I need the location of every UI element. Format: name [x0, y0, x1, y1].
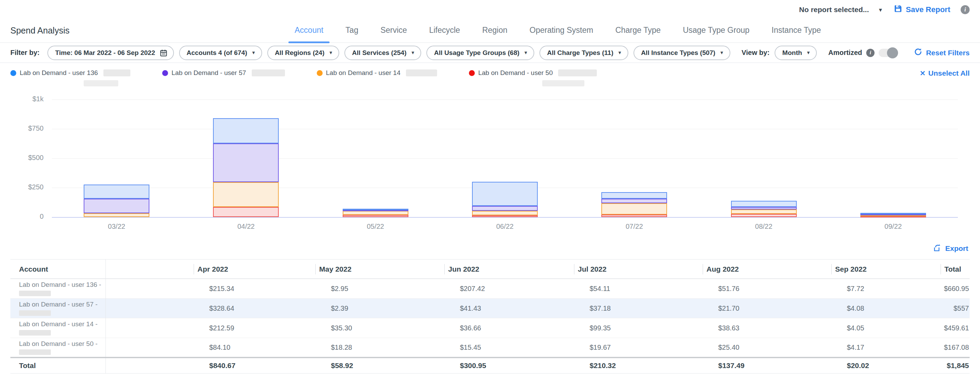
- bar-segment[interactable]: [472, 215, 538, 217]
- bar-segment[interactable]: [472, 206, 538, 211]
- page-title: Spend Analysis: [10, 25, 283, 43]
- bar-segment[interactable]: [860, 213, 926, 214]
- tab-service[interactable]: Service: [369, 25, 418, 43]
- bar-segment[interactable]: [343, 211, 408, 215]
- bar-segment[interactable]: [472, 182, 538, 206]
- legend-item[interactable]: Lab on Demand - user 50: [469, 69, 597, 77]
- column-header: May 2022: [315, 260, 444, 279]
- services-filter-pill[interactable]: All Services (254)▼: [344, 46, 421, 60]
- redacted-text: [19, 349, 51, 355]
- bar-segment[interactable]: [731, 214, 797, 217]
- bar-segment[interactable]: [84, 199, 150, 213]
- unselect-all-button[interactable]: ✕ Unselect All: [920, 69, 970, 78]
- tab-operating-system[interactable]: Operating System: [519, 25, 604, 43]
- spend-table: AccountApr 2022May 2022Jun 2022Jul 2022A…: [10, 259, 970, 374]
- total-value-cell: $58.92: [315, 358, 444, 374]
- x-tick-label: 05/22: [352, 222, 400, 230]
- value-cell: $38.63: [703, 318, 831, 338]
- table-row[interactable]: Lab on Demand - user 136 -$215.34$2.95$2…: [10, 279, 970, 298]
- bar-segment[interactable]: [213, 182, 279, 207]
- bar-segment[interactable]: [601, 214, 667, 217]
- bar-segment[interactable]: [731, 201, 797, 207]
- reset-filters-button[interactable]: Reset Filters: [913, 48, 970, 58]
- reset-filters-label: Reset Filters: [926, 49, 970, 57]
- tab-usage-type-group[interactable]: Usage Type Group: [672, 25, 761, 43]
- value-cell: $54.11: [574, 279, 703, 298]
- value-cell: $18.28: [315, 338, 444, 358]
- save-report-button[interactable]: Save Report: [894, 4, 950, 15]
- bar-segment[interactable]: [601, 203, 667, 215]
- value-cell: $212.59: [194, 318, 315, 338]
- info-icon[interactable]: i: [866, 49, 875, 57]
- bar-segment[interactable]: [731, 209, 797, 214]
- bar-segment[interactable]: [731, 207, 797, 209]
- spacer-cell: [105, 318, 194, 338]
- total-row: Total$840.67$58.92$300.95$210.32$137.49$…: [10, 358, 970, 374]
- chevron-down-icon: ▼: [251, 50, 256, 55]
- bar-segment[interactable]: [601, 192, 667, 198]
- table-row[interactable]: Lab on Demand - user 57 -$328.64$2.39$41…: [10, 298, 970, 318]
- chevron-down-icon: ▼: [523, 50, 528, 55]
- gridline: [52, 129, 958, 129]
- report-selector-label: No report selected...: [799, 6, 869, 14]
- bar-segment[interactable]: [213, 118, 279, 143]
- column-header: [105, 260, 194, 279]
- view-by-month-pill[interactable]: Month ▼: [775, 46, 817, 60]
- tab-account[interactable]: Account: [283, 25, 334, 43]
- total-value-cell: $20.02: [831, 358, 940, 374]
- column-header: Jun 2022: [444, 260, 574, 279]
- view-by-label: View by:: [742, 49, 770, 57]
- report-selector-dropdown[interactable]: No report selected... ▼: [799, 6, 883, 14]
- total-value-cell: $210.32: [574, 358, 703, 374]
- legend-bar: Lab on Demand - user 136Lab on Demand - …: [0, 63, 980, 93]
- account-cell: Lab on Demand - user 14 -: [10, 318, 105, 338]
- regions-filter-pill[interactable]: All Regions (24)▼: [267, 46, 339, 60]
- bar-segment[interactable]: [343, 209, 408, 210]
- tab-lifecycle[interactable]: Lifecycle: [418, 25, 471, 43]
- legend-item[interactable]: Lab on Demand - user 14: [317, 69, 437, 77]
- total-value-cell: $1,845: [940, 358, 970, 374]
- legend-item[interactable]: Lab on Demand - user 57: [162, 69, 285, 77]
- y-tick-label: $750: [10, 124, 44, 132]
- spacer-cell: [105, 298, 194, 318]
- usage-type-groups-filter-pill[interactable]: All Usage Type Groups (68)▼: [426, 46, 534, 60]
- column-header: Apr 2022: [194, 260, 315, 279]
- x-tick-label: 07/22: [610, 222, 659, 230]
- bar-segment[interactable]: [343, 215, 408, 217]
- bar-segment[interactable]: [213, 143, 279, 182]
- amortized-toggle[interactable]: [879, 49, 898, 57]
- value-cell: $215.34: [194, 279, 315, 298]
- bar-segment[interactable]: [84, 213, 150, 217]
- save-icon: [894, 4, 902, 15]
- legend-item[interactable]: Lab on Demand - user 136: [10, 69, 130, 77]
- tab-charge-type[interactable]: Charge Type: [604, 25, 671, 43]
- x-axis-line: [52, 217, 958, 218]
- total-value-cell: $300.95: [444, 358, 574, 374]
- account-name: Lab on Demand - user 14 -: [19, 320, 105, 328]
- instance-types-filter-pill[interactable]: All Instance Types (507)▼: [633, 46, 730, 60]
- toggle-knob: [887, 48, 898, 59]
- value-cell: $328.64: [194, 298, 315, 318]
- bar-segment[interactable]: [472, 211, 538, 215]
- bar-segment[interactable]: [601, 199, 667, 203]
- bar-segment[interactable]: [84, 184, 150, 199]
- accounts-filter-pill[interactable]: Accounts 4 (of 674)▼: [179, 46, 262, 60]
- chevron-down-icon: ▼: [410, 50, 415, 55]
- info-icon[interactable]: i: [961, 5, 970, 14]
- legend-dot-icon: [10, 70, 16, 76]
- value-cell: $15.45: [444, 338, 574, 358]
- y-tick-label: $500: [10, 154, 44, 162]
- charge-types-filter-pill[interactable]: All Charge Types (11)▼: [539, 46, 628, 60]
- tab-instance-type[interactable]: Instance Type: [760, 25, 832, 43]
- tab-region[interactable]: Region: [471, 25, 519, 43]
- table-row[interactable]: Lab on Demand - user 50 -$84.10$18.28$15…: [10, 338, 970, 358]
- export-button[interactable]: Export: [932, 243, 968, 254]
- tab-tag[interactable]: Tag: [334, 25, 369, 43]
- table-row[interactable]: Lab on Demand - user 14 -$212.59$35.30$3…: [10, 318, 970, 338]
- total-label-cell: Total: [10, 358, 105, 374]
- time-filter-pill[interactable]: Time: 06 Mar 2022 - 06 Sep 2022: [48, 46, 173, 60]
- value-cell: $660.95: [940, 279, 970, 298]
- bar-segment[interactable]: [213, 207, 279, 217]
- redacted-text: [19, 290, 51, 296]
- chevron-down-icon: ▼: [720, 50, 724, 55]
